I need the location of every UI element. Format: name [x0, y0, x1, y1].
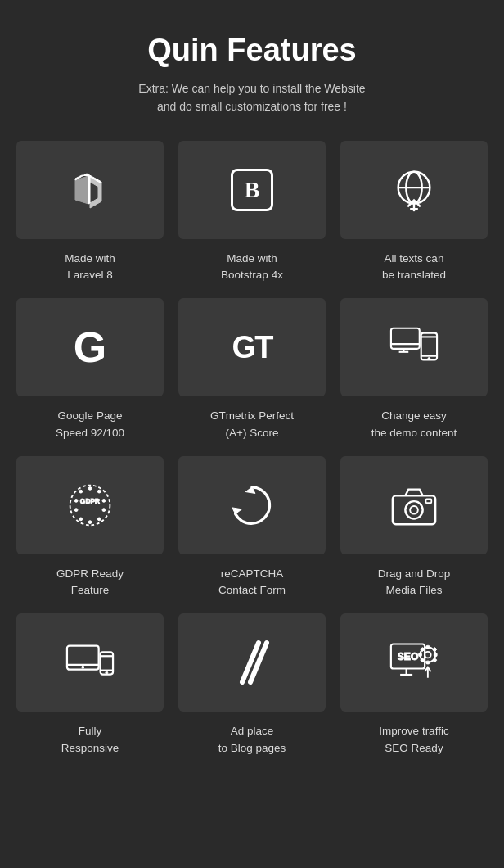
adplace-icon-box [178, 613, 326, 712]
features-grid: Made withLaravel 8 B Made withBootstrap … [16, 141, 488, 757]
svg-rect-41 [426, 661, 430, 664]
feature-camera: Drag and DropMedia Files [340, 456, 488, 599]
seo-svg: SEO [389, 638, 439, 687]
header: Quin Features Extra: We can help you to … [16, 33, 488, 116]
laravel-icon-box [16, 141, 164, 239]
svg-text:GDPR: GDPR [80, 497, 100, 505]
feature-responsive: FullyResponsive [16, 613, 164, 757]
camera-label: Drag and DropMedia Files [378, 566, 451, 599]
svg-point-24 [405, 501, 422, 518]
svg-rect-42 [419, 653, 422, 657]
svg-point-25 [410, 506, 418, 514]
gdpr-label: GDPR ReadyFeature [56, 566, 124, 599]
translate-icon [389, 165, 439, 215]
gtmetrix-label: GTmetrix Perfect(A+) Score [210, 408, 294, 441]
google-g-letter: G [74, 323, 106, 372]
recaptcha-svg [227, 481, 277, 530]
seo-icon-box: SEO [340, 613, 488, 712]
page-container: Quin Features Extra: We can help you to … [0, 0, 504, 789]
google-icon-box: G [16, 298, 164, 396]
svg-point-18 [88, 521, 92, 524]
svg-rect-40 [426, 646, 430, 649]
feature-recaptcha: reCAPTCHAContact Form [178, 456, 326, 599]
svg-point-16 [102, 509, 106, 512]
laravel-svg [65, 165, 115, 215]
page-title: Quin Features [16, 33, 488, 68]
svg-point-29 [82, 667, 84, 669]
google-icon: G [74, 323, 106, 372]
translate-svg [389, 165, 439, 215]
recaptcha-icon [227, 481, 277, 530]
gtmetrix-icon-box: GT [178, 298, 326, 396]
bootstrap-label: Made withBootstrap 4x [221, 251, 283, 284]
demo-icon-box [340, 298, 488, 396]
camera-icon-box [340, 456, 488, 554]
demo-icon [389, 323, 439, 372]
svg-point-17 [97, 518, 101, 521]
svg-point-10 [428, 358, 430, 360]
feature-translate: All texts canbe translated [340, 141, 488, 284]
feature-bootstrap: B Made withBootstrap 4x [178, 141, 326, 284]
svg-point-13 [88, 486, 92, 490]
gdpr-svg: GDPR [65, 481, 115, 530]
page-subtitle: Extra: We can help you to install the We… [16, 79, 488, 116]
camera-icon [389, 481, 439, 530]
camera-svg [389, 481, 439, 530]
seo-label: Improve trafficSEO Ready [379, 723, 448, 757]
svg-rect-23 [393, 495, 435, 524]
svg-rect-47 [433, 658, 437, 662]
svg-text:SEO: SEO [398, 651, 419, 662]
svg-rect-43 [434, 653, 437, 657]
responsive-label: FullyResponsive [61, 723, 119, 757]
responsive-icon-box [16, 613, 164, 712]
feature-gtmetrix: GT GTmetrix Perfect(A+) Score [178, 298, 326, 441]
feature-google: G Google PageSpeed 92/100 [16, 298, 164, 441]
bootstrap-b: B [231, 169, 273, 211]
responsive-icon [65, 638, 115, 687]
adplace-svg [227, 638, 277, 687]
translate-label: All texts canbe translated [382, 251, 446, 284]
demo-svg [389, 323, 439, 372]
svg-point-15 [102, 499, 106, 502]
bootstrap-icon: B [231, 169, 273, 211]
svg-point-20 [74, 509, 78, 512]
svg-rect-3 [391, 328, 420, 349]
svg-point-22 [79, 490, 83, 493]
recaptcha-label: reCAPTCHAContact Form [218, 566, 286, 599]
google-label: Google PageSpeed 92/100 [56, 408, 124, 441]
feature-laravel: Made withLaravel 8 [16, 141, 164, 284]
adplace-icon [227, 638, 277, 687]
seo-icon: SEO [389, 638, 439, 687]
translate-icon-box [340, 141, 488, 239]
svg-rect-26 [426, 499, 432, 503]
responsive-svg [65, 638, 115, 687]
feature-seo: SEO [340, 613, 488, 757]
demo-label: Change easythe demo content [371, 408, 457, 441]
svg-rect-45 [433, 648, 437, 652]
bootstrap-icon-box: B [178, 141, 326, 239]
feature-adplace: Ad placeto Blog pages [178, 613, 326, 757]
svg-point-21 [74, 499, 78, 502]
feature-gdpr: GDPR GDPR ReadyFeature [16, 456, 164, 599]
feature-demo: Change easythe demo content [340, 298, 488, 441]
laravel-icon [65, 165, 115, 215]
svg-point-33 [106, 671, 108, 674]
adplace-label: Ad placeto Blog pages [218, 723, 286, 757]
recaptcha-icon-box [178, 456, 326, 554]
gdpr-icon-box: GDPR [16, 456, 164, 554]
gdpr-icon: GDPR [65, 481, 115, 530]
gtmetrix-icon: GT [232, 330, 272, 365]
laravel-label: Made withLaravel 8 [65, 251, 115, 284]
svg-point-19 [79, 518, 83, 521]
svg-point-39 [425, 652, 431, 658]
svg-point-14 [97, 490, 101, 493]
gt-letters: GT [232, 330, 272, 365]
